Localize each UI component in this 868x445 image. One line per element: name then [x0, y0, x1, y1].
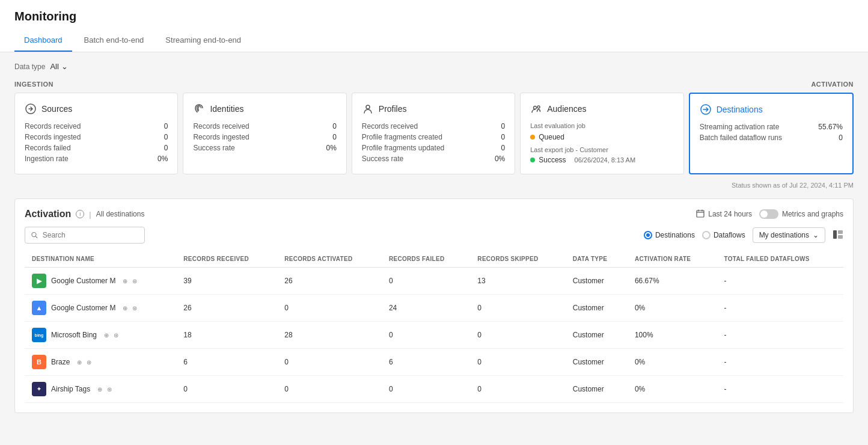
activation-title: Activation — [25, 209, 71, 219]
col-records-activated: RECORDS ACTIVATED — [277, 251, 382, 268]
search-icon — [31, 232, 38, 239]
dest-name: Microsoft Bing — [51, 331, 97, 339]
dest-action-icon[interactable]: ⊕ — [104, 332, 109, 339]
table-view-icon[interactable] — [833, 229, 843, 242]
audiences-icon — [530, 103, 542, 115]
records-received-cell: 39 — [176, 268, 277, 295]
dest-logo: ▲ — [32, 301, 46, 315]
page-title: Monitoring — [14, 10, 854, 23]
table-row[interactable]: ▶ Google Customer M ⊕ ⊛ 39 26 0 13 Custo… — [25, 268, 843, 295]
records-received-cell: 26 — [176, 295, 277, 322]
data-type-cell: Customer — [566, 268, 628, 295]
dest-logo: B — [32, 355, 46, 369]
dest-action-icon[interactable]: ⊕ — [77, 359, 82, 366]
dataflows-radio[interactable]: Dataflows — [702, 231, 745, 239]
activation-info-icon[interactable]: i — [76, 210, 84, 218]
col-dest-name: DESTINATION NAME — [25, 251, 176, 268]
table-row[interactable]: ▲ Google Customer M ⊕ ⊛ 26 0 24 0 Custom… — [25, 295, 843, 322]
fingerprint-icon — [193, 103, 205, 115]
col-records-skipped: RECORDS SKIPPED — [470, 251, 565, 268]
data-type-cell: Customer — [566, 349, 628, 376]
records-activated-cell: 26 — [277, 268, 382, 295]
dest-filter-icon[interactable]: ⊛ — [132, 278, 137, 284]
dest-action-icon[interactable]: ⊕ — [97, 386, 102, 393]
person-icon — [362, 103, 374, 115]
search-box[interactable] — [25, 227, 145, 244]
records-activated-cell: 0 — [277, 349, 382, 376]
destinations-icon — [700, 103, 712, 115]
all-destinations-label: All destinations — [96, 210, 145, 218]
queued-dot — [530, 135, 535, 140]
total-failed-cell: - — [717, 268, 843, 295]
records-failed-cell: 0 — [382, 376, 470, 403]
destinations-title: Destinations — [717, 105, 763, 114]
records-skipped-cell: 0 — [470, 295, 565, 322]
svg-point-3 — [537, 106, 540, 108]
last-export-label: Last export job - Customer — [530, 146, 673, 153]
activation-rate-cell: 66.67% — [628, 268, 717, 295]
sources-title: Sources — [41, 104, 72, 114]
col-records-failed: RECORDS FAILED — [382, 251, 470, 268]
audiences-card: Audiences Last evaluation job Queued Las… — [520, 93, 683, 174]
data-type-cell: Customer — [566, 295, 628, 322]
queued-text: Queued — [539, 133, 564, 141]
profiles-title: Profiles — [379, 104, 407, 114]
records-failed-cell: 0 — [382, 322, 470, 349]
sources-card: Sources Records received0 Records ingest… — [14, 93, 178, 174]
col-activation-rate: ACTIVATION RATE — [628, 251, 717, 268]
table-row[interactable]: B Braze ⊕ ⊛ 6 0 6 0 Customer 0% - — [25, 349, 843, 376]
last-hours-selector[interactable]: Last 24 hours — [696, 209, 752, 219]
dest-logo: ▶ — [32, 274, 46, 288]
destinations-radio[interactable]: Destinations — [644, 231, 695, 239]
table-row[interactable]: ✦ Airship Tags ⊕ ⊛ 0 0 0 0 Customer 0% - — [25, 376, 843, 403]
activation-label: ACTIVATION — [811, 81, 854, 88]
sources-icon — [25, 103, 37, 115]
records-skipped-cell: 13 — [470, 268, 565, 295]
calendar-icon — [696, 209, 704, 219]
dest-name: Google Customer M — [51, 304, 115, 312]
data-type-dropdown[interactable]: All ⌄ — [50, 62, 67, 71]
total-failed-cell: - — [717, 349, 843, 376]
metrics-graphs-toggle[interactable]: Metrics and graphs — [759, 209, 843, 219]
data-type-cell: Customer — [566, 322, 628, 349]
col-data-type: DATA TYPE — [566, 251, 628, 268]
tab-dashboard[interactable]: Dashboard — [14, 31, 72, 52]
dest-logo: ✦ — [32, 382, 46, 396]
records-failed-cell: 6 — [382, 349, 470, 376]
search-input[interactable] — [43, 231, 138, 239]
dest-filter-icon[interactable]: ⊛ — [107, 386, 112, 393]
dest-name: Braze — [51, 358, 70, 366]
table-row[interactable]: bing Microsoft Bing ⊕ ⊛ 18 28 0 0 Custom… — [25, 322, 843, 349]
dest-action-icon[interactable]: ⊕ — [123, 305, 127, 312]
profiles-card: Profiles Records received0 Profile fragm… — [352, 93, 515, 174]
dest-filter-icon[interactable]: ⊛ — [87, 359, 91, 366]
destinations-card: Destinations Streaming activation rate55… — [689, 93, 854, 174]
last-eval-label: Last evaluation job — [530, 122, 673, 129]
audiences-title: Audiences — [547, 104, 586, 114]
svg-rect-7 — [833, 230, 837, 239]
activation-rate-cell: 0% — [628, 349, 717, 376]
status-shown: Status shown as of Jul 22, 2024, 4:11 PM — [14, 182, 854, 189]
tab-bar: Dashboard Batch end-to-end Streaming end… — [14, 31, 854, 52]
dest-action-icon[interactable]: ⊕ — [123, 278, 127, 284]
svg-point-2 — [534, 106, 537, 109]
dest-name: Google Customer M — [51, 277, 115, 285]
success-dot — [530, 158, 535, 162]
records-activated-cell: 28 — [277, 322, 382, 349]
toggle-switch[interactable] — [759, 209, 778, 219]
identities-card: Identities Records received0 Records ing… — [183, 93, 346, 174]
records-received-cell: 18 — [176, 322, 277, 349]
destinations-table: DESTINATION NAME RECORDS RECEIVED RECORD… — [25, 251, 843, 403]
my-destinations-dropdown[interactable]: My destinations ⌄ — [753, 227, 825, 243]
success-text: Success — [539, 156, 566, 164]
col-records-received: RECORDS RECEIVED — [176, 251, 277, 268]
data-type-cell: Customer — [566, 376, 628, 403]
tab-batch[interactable]: Batch end-to-end — [75, 31, 154, 52]
records-skipped-cell: 0 — [470, 322, 565, 349]
success-date: 06/26/2024, 8:13 AM — [575, 156, 636, 164]
tab-streaming[interactable]: Streaming end-to-end — [156, 31, 251, 52]
records-skipped-cell: 0 — [470, 376, 565, 403]
svg-rect-8 — [838, 230, 843, 234]
dest-filter-icon[interactable]: ⊛ — [114, 332, 118, 339]
dest-filter-icon[interactable]: ⊛ — [132, 305, 137, 312]
